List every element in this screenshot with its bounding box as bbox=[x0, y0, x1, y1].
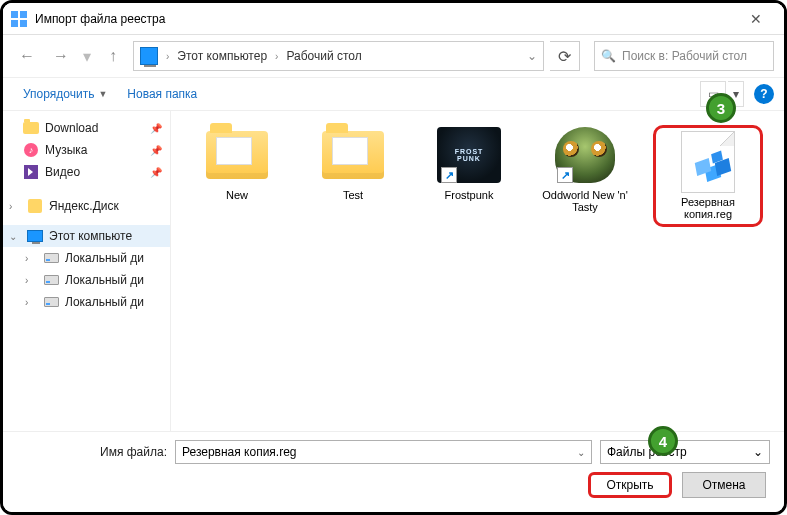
sidebar: Download 📌 ♪ Музыка 📌 Видео 📌 › Яндекс.Д… bbox=[3, 111, 171, 431]
svg-rect-3 bbox=[20, 20, 27, 27]
up-button[interactable]: ↑ bbox=[99, 42, 127, 70]
file-item-oddworld[interactable]: ↗ Oddworld New 'n' Tasty bbox=[537, 125, 633, 213]
sidebar-item-label: Музыка bbox=[45, 143, 87, 157]
close-button[interactable]: ✕ bbox=[736, 11, 776, 27]
sidebar-item-label: Download bbox=[45, 121, 98, 135]
file-item-new[interactable]: New bbox=[189, 125, 285, 201]
file-item-test[interactable]: Test bbox=[305, 125, 401, 201]
filename-label: Имя файла: bbox=[17, 445, 167, 459]
reg-file-icon bbox=[672, 132, 744, 192]
file-label: Test bbox=[343, 189, 363, 201]
folder-icon bbox=[23, 120, 39, 136]
pc-icon bbox=[27, 228, 43, 244]
file-area[interactable]: New Test FROSTPUNK ↗ Frostpunk ↗ Oddworl… bbox=[171, 111, 784, 431]
step-badge-3: 3 bbox=[706, 93, 736, 123]
sidebar-item-disk2[interactable]: › Локальный ди bbox=[3, 269, 170, 291]
titlebar: Импорт файла реестра ✕ bbox=[3, 3, 784, 35]
expand-icon[interactable]: › bbox=[9, 201, 19, 212]
sidebar-item-music[interactable]: ♪ Музыка 📌 bbox=[3, 139, 170, 161]
address-dropdown[interactable]: ⌄ bbox=[527, 49, 537, 63]
window-title: Импорт файла реестра bbox=[35, 12, 736, 26]
nav-row: ← → ▾ ↑ › Этот компьютер › Рабочий стол … bbox=[3, 35, 784, 77]
app-icon: FROSTPUNK ↗ bbox=[433, 125, 505, 185]
svg-rect-0 bbox=[11, 11, 18, 18]
file-label: Oddworld New 'n' Tasty bbox=[537, 189, 633, 213]
chevron-down-icon[interactable]: ⌄ bbox=[577, 447, 585, 458]
pc-icon bbox=[140, 47, 158, 65]
cancel-button[interactable]: Отмена bbox=[682, 472, 766, 498]
search-icon: 🔍 bbox=[601, 49, 616, 63]
folder-icon bbox=[201, 125, 273, 185]
sidebar-item-label: Локальный ди bbox=[65, 295, 144, 309]
filetype-filter[interactable]: Файлы реестр ⌄ bbox=[600, 440, 770, 464]
search-input[interactable]: 🔍 Поиск в: Рабочий стол bbox=[594, 41, 774, 71]
sidebar-item-yandex[interactable]: › Яндекс.Диск bbox=[3, 195, 170, 217]
chevron-down-icon[interactable]: ⌄ bbox=[753, 445, 763, 459]
chevron-icon: › bbox=[275, 51, 278, 62]
breadcrumb-pc[interactable]: Этот компьютер bbox=[177, 49, 267, 63]
file-label: Резервная копия.reg bbox=[660, 196, 756, 220]
video-icon bbox=[23, 164, 39, 180]
filename-input[interactable]: Резервная копия.reg ⌄ bbox=[175, 440, 592, 464]
file-item-frostpunk[interactable]: FROSTPUNK ↗ Frostpunk bbox=[421, 125, 517, 201]
shortcut-icon: ↗ bbox=[557, 167, 573, 183]
expand-icon[interactable]: › bbox=[25, 297, 35, 308]
app-icon bbox=[11, 11, 27, 27]
sidebar-item-thispc[interactable]: ⌄ Этот компьюте bbox=[3, 225, 170, 247]
sidebar-item-download[interactable]: Download 📌 bbox=[3, 117, 170, 139]
sidebar-item-label: Этот компьюте bbox=[49, 229, 132, 243]
collapse-icon[interactable]: ⌄ bbox=[9, 231, 19, 242]
search-placeholder: Поиск в: Рабочий стол bbox=[622, 49, 747, 63]
yandex-icon bbox=[27, 198, 43, 214]
help-button[interactable]: ? bbox=[754, 84, 774, 104]
music-icon: ♪ bbox=[23, 142, 39, 158]
file-label: Frostpunk bbox=[445, 189, 494, 201]
file-item-reg[interactable]: Резервная копия.reg bbox=[660, 132, 756, 220]
svg-rect-1 bbox=[20, 11, 27, 18]
breadcrumb-folder[interactable]: Рабочий стол bbox=[286, 49, 361, 63]
open-button[interactable]: Открыть bbox=[588, 472, 672, 498]
filename-value: Резервная копия.reg bbox=[182, 445, 297, 459]
sidebar-item-disk3[interactable]: › Локальный ди bbox=[3, 291, 170, 313]
sidebar-item-label: Яндекс.Диск bbox=[49, 199, 119, 213]
chevron-icon: › bbox=[166, 51, 169, 62]
address-bar[interactable]: › Этот компьютер › Рабочий стол ⌄ bbox=[133, 41, 544, 71]
recent-dropdown[interactable]: ▾ bbox=[81, 42, 93, 70]
shortcut-icon: ↗ bbox=[441, 167, 457, 183]
sidebar-item-label: Локальный ди bbox=[65, 251, 144, 265]
pin-icon: 📌 bbox=[150, 145, 162, 156]
forward-button[interactable]: → bbox=[47, 42, 75, 70]
chevron-down-icon: ▼ bbox=[98, 89, 107, 99]
pin-icon: 📌 bbox=[150, 167, 162, 178]
folder-icon bbox=[317, 125, 389, 185]
organize-label: Упорядочить bbox=[23, 87, 94, 101]
refresh-button[interactable]: ⟳ bbox=[550, 41, 580, 71]
expand-icon[interactable]: › bbox=[25, 253, 35, 264]
drive-icon bbox=[43, 272, 59, 288]
highlight-step-3: Резервная копия.reg bbox=[653, 125, 763, 227]
sidebar-item-label: Видео bbox=[45, 165, 80, 179]
svg-rect-2 bbox=[11, 20, 18, 27]
expand-icon[interactable]: › bbox=[25, 275, 35, 286]
drive-icon bbox=[43, 294, 59, 310]
file-label: New bbox=[226, 189, 248, 201]
toolbar: Упорядочить ▼ Новая папка ▭ ▾ ? bbox=[3, 77, 784, 111]
drive-icon bbox=[43, 250, 59, 266]
app-icon: ↗ bbox=[549, 125, 621, 185]
sidebar-item-video[interactable]: Видео 📌 bbox=[3, 161, 170, 183]
organize-menu[interactable]: Упорядочить ▼ bbox=[13, 83, 117, 105]
new-folder-button[interactable]: Новая папка bbox=[117, 83, 207, 105]
sidebar-item-label: Локальный ди bbox=[65, 273, 144, 287]
sidebar-item-disk1[interactable]: › Локальный ди bbox=[3, 247, 170, 269]
step-badge-4: 4 bbox=[648, 426, 678, 456]
pin-icon: 📌 bbox=[150, 123, 162, 134]
back-button[interactable]: ← bbox=[13, 42, 41, 70]
